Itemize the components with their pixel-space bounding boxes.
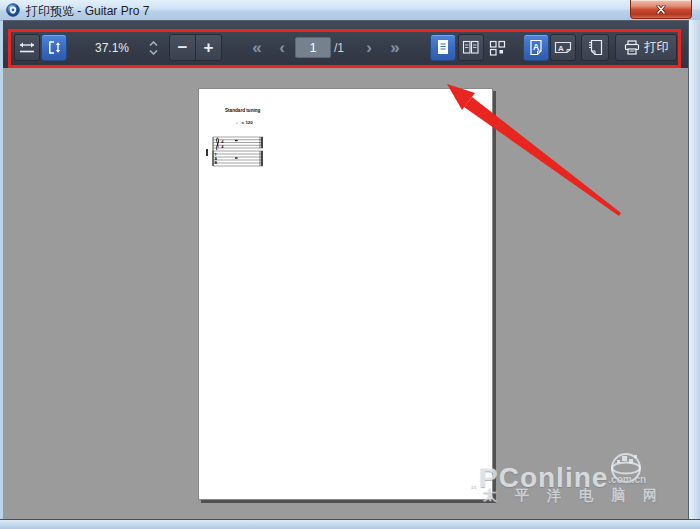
grid-view-icon: [489, 40, 506, 56]
page-setup-icon: [587, 39, 604, 56]
double-chevron-right-icon: »: [390, 39, 399, 56]
toolbar: 37.1% − + « ‹ /1 › »: [3, 20, 688, 69]
watermark-caption: 太平洋电脑网: [483, 487, 675, 505]
fit-page-height-button[interactable]: [41, 34, 67, 61]
preview-page: Standard tuning ♩ = 120 4 4 T A: [198, 88, 493, 500]
window-title: 打印预览 - Guitar Pro 7: [26, 3, 149, 20]
fit-height-icon: [46, 40, 62, 55]
page-number-footer: 1/1: [471, 485, 477, 489]
svg-text:4: 4: [221, 139, 224, 144]
minus-icon: −: [178, 39, 188, 56]
single-page-view-button[interactable]: [430, 34, 456, 61]
svg-text:B: B: [215, 161, 218, 165]
last-page-button[interactable]: »: [382, 34, 408, 61]
close-icon: [656, 5, 666, 14]
watermark-suffix: .com.cn: [608, 474, 646, 485]
window-bottom-border: [0, 519, 700, 529]
chevron-up-icon: [149, 41, 158, 47]
thumbnails-view-button[interactable]: [484, 34, 510, 61]
music-staff: 4 4 T A B: [205, 133, 267, 173]
print-button[interactable]: 打印: [615, 34, 677, 61]
chevron-left-icon: ‹: [279, 39, 285, 56]
score-title: Standard tuning: [225, 108, 260, 113]
zoom-level-value[interactable]: 37.1%: [81, 34, 143, 61]
previous-page-button[interactable]: ‹: [269, 34, 295, 61]
first-page-button[interactable]: «: [244, 34, 270, 61]
preview-area: Standard tuning ♩ = 120 4 4 T A: [3, 68, 688, 519]
zoom-in-button[interactable]: +: [195, 34, 222, 61]
double-chevron-left-icon: «: [252, 39, 261, 56]
score-tempo: ♩ = 120: [236, 120, 253, 125]
svg-text:A: A: [558, 44, 564, 53]
zoom-out-button[interactable]: −: [169, 34, 196, 61]
page-setup-button[interactable]: [581, 34, 609, 61]
single-page-icon: [436, 39, 450, 56]
svg-text:A: A: [533, 42, 539, 52]
fit-width-icon: [18, 41, 36, 55]
landscape-icon: A: [554, 40, 572, 55]
page-total-label: /1: [334, 34, 344, 61]
chevron-down-icon: [149, 49, 158, 55]
page-number-input[interactable]: [295, 37, 331, 58]
print-preview-window: 打印预览 - Guitar Pro 7 3: [0, 0, 700, 529]
zoom-spinner[interactable]: [145, 34, 161, 61]
facing-pages-icon: [462, 40, 480, 55]
print-button-label: 打印: [645, 39, 669, 56]
plus-icon: +: [204, 39, 214, 56]
facing-pages-view-button[interactable]: [458, 34, 484, 61]
window-right-border: [688, 20, 700, 519]
landscape-orientation-button[interactable]: A: [550, 34, 576, 61]
portrait-icon: A: [528, 39, 544, 56]
title-bar[interactable]: 打印预览 - Guitar Pro 7: [0, 0, 700, 21]
fit-page-width-button[interactable]: [14, 34, 40, 61]
chevron-right-icon: ›: [366, 39, 372, 56]
printer-icon: [624, 40, 640, 55]
next-page-button[interactable]: ›: [356, 34, 382, 61]
guitar-pro-icon: [6, 3, 20, 17]
portrait-orientation-button[interactable]: A: [523, 34, 549, 61]
close-button[interactable]: [630, 0, 692, 19]
